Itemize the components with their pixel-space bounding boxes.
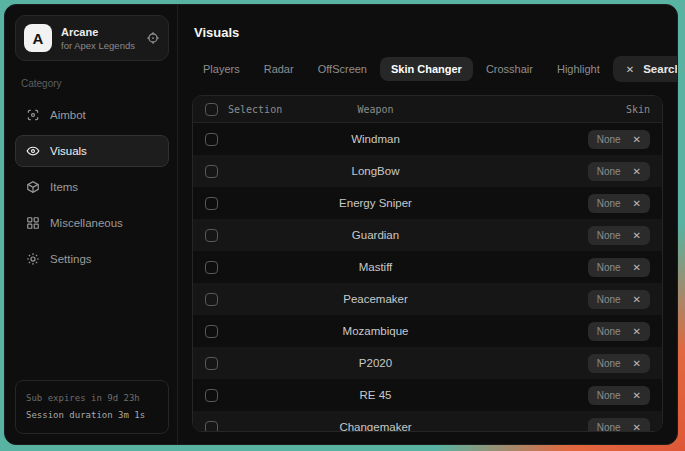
tab-offscreen[interactable]: OffScreen — [307, 57, 378, 81]
sidebar-item-aimbot[interactable]: Aimbot — [15, 99, 169, 131]
sidebar-item-label: Miscellaneous — [50, 217, 123, 229]
skin-select[interactable]: None ✕ — [588, 194, 650, 213]
brand-text: Arcane for Apex Legends — [61, 26, 135, 51]
subscription-info: Sub expires in 9d 23h Session duration 3… — [15, 380, 169, 434]
weapon-name: Windman — [297, 133, 454, 145]
row-checkbox[interactable] — [205, 261, 218, 274]
search-button[interactable]: ✕ Search — [613, 56, 678, 82]
skin-changer-table: Selection Weapon Skin Windman None ✕ Lon… — [192, 95, 663, 432]
sidebar-item-settings[interactable]: Settings — [15, 243, 169, 275]
skin-value: None — [597, 358, 621, 369]
table-header-row: Selection Weapon Skin — [193, 96, 662, 123]
skin-select[interactable]: None ✕ — [588, 290, 650, 309]
target-icon[interactable] — [146, 31, 160, 45]
skin-select[interactable]: None ✕ — [588, 322, 650, 341]
skin-value: None — [597, 294, 621, 305]
skin-select[interactable]: None ✕ — [588, 226, 650, 245]
clear-skin-icon[interactable]: ✕ — [633, 294, 641, 305]
row-checkbox[interactable] — [205, 197, 218, 210]
eye-icon — [26, 144, 40, 158]
tab-skin-changer[interactable]: Skin Changer — [380, 57, 473, 81]
clear-skin-icon[interactable]: ✕ — [633, 134, 641, 145]
row-checkbox[interactable] — [205, 325, 218, 338]
skin-value: None — [597, 326, 621, 337]
clear-skin-icon[interactable]: ✕ — [633, 422, 641, 433]
table-row: RE 45 None ✕ — [193, 379, 662, 411]
sidebar-item-label: Settings — [50, 253, 92, 265]
main-panel: Visuals Players Radar OffScreen Skin Cha… — [178, 5, 677, 444]
skin-select[interactable]: None ✕ — [588, 354, 650, 373]
table-row: Windman None ✕ — [193, 123, 662, 155]
tabs-row: Players Radar OffScreen Skin Changer Cro… — [192, 56, 663, 82]
row-checkbox[interactable] — [205, 357, 218, 370]
weapon-name: RE 45 — [297, 389, 454, 401]
sidebar-item-miscellaneous[interactable]: Miscellaneous — [15, 207, 169, 239]
table-row: Energy Sniper None ✕ — [193, 187, 662, 219]
column-header-skin: Skin — [454, 104, 650, 115]
app-name: Arcane — [61, 26, 135, 38]
sidebar-item-label: Aimbot — [50, 109, 86, 121]
skin-select[interactable]: None ✕ — [588, 130, 650, 149]
skin-select[interactable]: None ✕ — [588, 162, 650, 181]
gear-icon — [26, 252, 40, 266]
category-label: Category — [21, 78, 163, 89]
clear-skin-icon[interactable]: ✕ — [633, 198, 641, 209]
clear-skin-icon[interactable]: ✕ — [633, 230, 641, 241]
weapon-name: P2020 — [297, 357, 454, 369]
table-row: P2020 None ✕ — [193, 347, 662, 379]
session-duration-text: Session duration 3m 1s — [26, 407, 158, 424]
table-row: Mozambique None ✕ — [193, 315, 662, 347]
clear-skin-icon[interactable]: ✕ — [633, 166, 641, 177]
sidebar-item-label: Items — [50, 181, 78, 193]
tab-radar[interactable]: Radar — [253, 57, 305, 81]
table-row: Peacemaker None ✕ — [193, 283, 662, 315]
row-checkbox[interactable] — [205, 293, 218, 306]
clear-skin-icon[interactable]: ✕ — [633, 358, 641, 369]
sidebar: A Arcane for Apex Legends Category — [5, 5, 178, 444]
brand-card: A Arcane for Apex Legends — [15, 15, 169, 61]
row-checkbox[interactable] — [205, 389, 218, 402]
column-header-weapon: Weapon — [297, 104, 454, 115]
clear-skin-icon[interactable]: ✕ — [633, 326, 641, 337]
tab-highlight[interactable]: Highlight — [546, 57, 611, 81]
skin-value: None — [597, 166, 621, 177]
weapon-name: Guardian — [297, 229, 454, 241]
sidebar-item-label: Visuals — [50, 145, 87, 157]
package-icon — [26, 180, 40, 194]
app-window: A Arcane for Apex Legends Category — [4, 4, 678, 445]
skin-select[interactable]: None ✕ — [588, 386, 650, 405]
grid-icon — [26, 216, 40, 230]
tab-players[interactable]: Players — [192, 57, 251, 81]
skin-value: None — [597, 262, 621, 273]
app-subtitle: for Apex Legends — [61, 40, 135, 51]
skin-value: None — [597, 134, 621, 145]
weapon-name: LongBow — [297, 165, 454, 177]
table-row: Mastiff None ✕ — [193, 251, 662, 283]
skin-select[interactable]: None ✕ — [588, 418, 650, 433]
table-body: Windman None ✕ LongBow None ✕ Energy Sni… — [193, 123, 662, 432]
row-checkbox[interactable] — [205, 165, 218, 178]
crosshair-icon — [26, 108, 40, 122]
select-all-checkbox[interactable] — [205, 103, 218, 116]
clear-skin-icon[interactable]: ✕ — [633, 262, 641, 273]
page-title: Visuals — [194, 25, 663, 40]
row-checkbox[interactable] — [205, 133, 218, 146]
skin-select[interactable]: None ✕ — [588, 258, 650, 277]
table-row: LongBow None ✕ — [193, 155, 662, 187]
weapon-name: Mozambique — [297, 325, 454, 337]
skin-value: None — [597, 390, 621, 401]
row-checkbox[interactable] — [205, 421, 218, 433]
weapon-name: Peacemaker — [297, 293, 454, 305]
table-row: Guardian None ✕ — [193, 219, 662, 251]
table-row: Changemaker None ✕ — [193, 411, 662, 432]
skin-value: None — [597, 230, 621, 241]
tab-crosshair[interactable]: Crosshair — [475, 57, 544, 81]
row-checkbox[interactable] — [205, 229, 218, 242]
search-icon: ✕ — [626, 64, 634, 75]
sidebar-item-visuals[interactable]: Visuals — [15, 135, 169, 167]
weapon-name: Mastiff — [297, 261, 454, 273]
sub-expires-text: Sub expires in 9d 23h — [26, 390, 158, 407]
skin-value: None — [597, 422, 621, 433]
sidebar-item-items[interactable]: Items — [15, 171, 169, 203]
clear-skin-icon[interactable]: ✕ — [633, 390, 641, 401]
